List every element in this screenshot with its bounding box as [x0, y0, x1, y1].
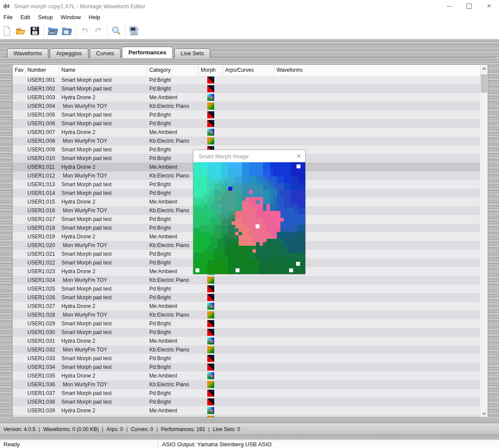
cell-category: Pd:Bright: [147, 354, 199, 363]
morph-thumb: [199, 119, 223, 128]
cell-fav: [13, 302, 25, 311]
tab-performances[interactable]: Performances: [122, 47, 173, 58]
morph-thumb: [199, 128, 223, 137]
morph-thumb: [199, 389, 223, 398]
midi-device-button[interactable]: [127, 24, 141, 37]
cell-fav: [13, 415, 25, 417]
table-row[interactable]: USER1:003 Hydra Drone 2 Me:Ambient: [13, 93, 480, 102]
search-button[interactable]: [109, 24, 123, 37]
table-row[interactable]: USER1:032 Mon WurlyFm TOY Kb:Electric Pi…: [13, 345, 480, 354]
cell-name: Hydra Drone 2: [59, 371, 147, 380]
popup-title: Smart Morph Image: [199, 153, 292, 160]
scroll-down-button[interactable]: [480, 410, 488, 417]
morph-pad-icon: [207, 120, 214, 127]
save-file-button[interactable]: [28, 24, 42, 37]
column-header-waveforms[interactable]: Waveforms: [274, 65, 480, 76]
table-row[interactable]: USER1:004 Mon WurlyFm TOY Kb:Electric Pi…: [13, 102, 480, 110]
cell-arps-curves: [223, 345, 274, 354]
scroll-up-button[interactable]: [480, 65, 488, 72]
table-row[interactable]: USER1:006 Smart Morph pad test Pd:Bright: [13, 119, 480, 128]
column-header-category[interactable]: Category: [147, 65, 199, 76]
table-row[interactable]: USER1:035 Hydra Drone 2 Me:Ambient: [13, 371, 480, 380]
table-row[interactable]: USER1:001 Smart Morph pad test Pd:Bright: [13, 76, 480, 84]
cell-number: USER1:012: [25, 171, 59, 180]
menu-window[interactable]: Window: [57, 12, 84, 23]
menu-edit[interactable]: Edit: [17, 12, 34, 23]
cell-category: Pd:Bright: [147, 145, 199, 154]
popup-title-bar[interactable]: Smart Morph Image ×: [193, 150, 305, 162]
cell-name: Smart Morph pad test: [59, 398, 147, 406]
table-row[interactable]: USER1:029 Smart Morph pad test Pd:Bright: [13, 319, 480, 328]
table-row[interactable]: USER1:026 Smart Morph pad test Pd:Bright: [13, 293, 480, 302]
table-row[interactable]: USER1:034 Smart Morph pad test Pd:Bright: [13, 363, 480, 371]
table-row[interactable]: USER1:039 Hydra Drone 2 Me:Ambient: [13, 406, 480, 415]
cell-arps-curves: [223, 93, 274, 102]
cell-category: Me:Ambient: [147, 93, 199, 102]
smart-morph-map[interactable]: [193, 162, 305, 274]
table-row[interactable]: USER1:008 Mon WurlyFm TOY Kb:Electric Pi…: [13, 137, 480, 145]
column-header-fav[interactable]: Fav: [13, 65, 25, 76]
tab-curves[interactable]: Curves: [90, 48, 121, 58]
table-row[interactable]: USER1:030 Smart Morph pad test Pd:Bright: [13, 328, 480, 337]
cell-category: Pd:Bright: [147, 215, 199, 224]
table-row[interactable]: USER1:038 Smart Morph pad test Pd:Bright: [13, 398, 480, 406]
minimize-button[interactable]: [439, 0, 459, 12]
table-row[interactable]: USER1:040 Mon WurlyFm TOY Kb:Electric Pi…: [13, 415, 480, 417]
import-voice-folder-button[interactable]: [46, 24, 60, 37]
cell-name: Hydra Drone 2: [59, 302, 147, 311]
column-header-arps-curves[interactable]: Arps/Curves: [223, 65, 274, 76]
column-header-morph[interactable]: Morph: [199, 65, 223, 76]
cell-arps-curves: [223, 102, 274, 110]
morph-gradient-icon: [207, 381, 214, 388]
open-file-button[interactable]: [14, 24, 28, 37]
menu-help[interactable]: Help: [85, 12, 105, 23]
undo-button[interactable]: [78, 24, 91, 37]
import-arp-folder-button[interactable]: ♪: [60, 24, 74, 37]
cell-fav: [13, 171, 25, 180]
table-row[interactable]: USER1:024 Mon WurlyFm TOY Kb:Electric Pi…: [13, 276, 480, 284]
tab-waveforms[interactable]: Waveforms: [7, 48, 48, 58]
table-row[interactable]: USER1:027 Hydra Drone 2 Me:Ambient: [13, 302, 480, 311]
cell-waveforms: [274, 293, 480, 302]
table-row[interactable]: USER1:031 Hydra Drone 2 Me:Ambient: [13, 337, 480, 345]
redo-button[interactable]: [91, 24, 105, 37]
morph-thumb: [199, 345, 223, 354]
tab-arpeggios[interactable]: Arpeggios: [50, 48, 88, 58]
column-header-name[interactable]: Name: [59, 65, 147, 76]
toolbar: ♪: [0, 23, 499, 40]
table-row[interactable]: USER1:028 Mon WurlyFm TOY Kb:Electric Pi…: [13, 311, 480, 319]
new-file-button[interactable]: [0, 24, 14, 37]
cell-number: USER1:019: [25, 232, 59, 241]
table-row[interactable]: USER1:007 Hydra Drone 2 Me:Ambient: [13, 128, 480, 137]
cell-arps-curves: [223, 398, 274, 406]
scrollbar-thumb[interactable]: [481, 74, 487, 93]
cell-waveforms: [274, 319, 480, 328]
close-button[interactable]: ×: [479, 0, 499, 12]
table-row[interactable]: USER1:025 Smart Morph pad test Pd:Bright: [13, 284, 480, 293]
table-row[interactable]: USER1:033 Smart Morph pad test Pd:Bright: [13, 354, 480, 363]
new-file-icon: [1, 25, 13, 37]
cell-waveforms: [274, 284, 480, 293]
cell-fav: [13, 180, 25, 189]
table-row[interactable]: USER1:002 Smart Morph pad test Pd:Bright: [13, 84, 480, 93]
window-title: Smart morph copy2.X7L - Montage Waveform…: [14, 3, 145, 10]
morph-thumb: [199, 319, 223, 328]
cell-category: Pd:Bright: [147, 293, 199, 302]
maximize-button[interactable]: [459, 0, 479, 12]
cell-number: USER1:037: [25, 389, 59, 398]
cell-name: Mon WurlyFm TOY: [59, 311, 147, 319]
cell-category: Pd:Bright: [147, 284, 199, 293]
status-message: Ready: [3, 440, 20, 448]
menu-file[interactable]: File: [0, 12, 17, 23]
table-row[interactable]: USER1:036 Mon WurlyFm TOY Kb:Electric Pi…: [13, 380, 480, 389]
cell-waveforms: [274, 137, 480, 145]
popup-close-button[interactable]: ×: [292, 150, 305, 162]
cell-arps-curves: [223, 389, 274, 398]
column-header-number[interactable]: Number: [25, 65, 59, 76]
table-row[interactable]: USER1:037 Smart Morph pad test Pd:Bright: [13, 389, 480, 398]
menu-setup[interactable]: Setup: [34, 12, 57, 23]
tab-live-sets[interactable]: Live Sets: [174, 48, 210, 58]
cell-category: Pd:Bright: [147, 110, 199, 119]
vertical-scrollbar[interactable]: [480, 65, 488, 417]
table-row[interactable]: USER1:005 Smart Morph pad test Pd:Bright: [13, 110, 480, 119]
